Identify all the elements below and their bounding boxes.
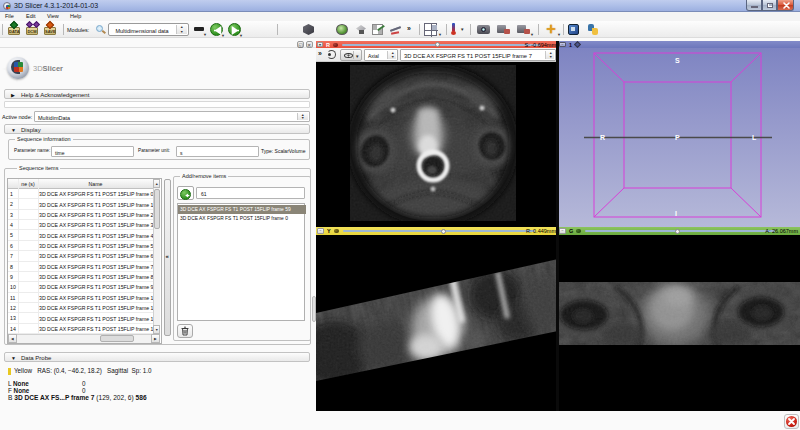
svg-text:S: S bbox=[675, 57, 680, 64]
svg-text:R: R bbox=[600, 134, 605, 141]
svg-text:I: I bbox=[675, 210, 677, 217]
svg-text:P: P bbox=[675, 134, 680, 141]
svg-text:L: L bbox=[752, 134, 757, 141]
